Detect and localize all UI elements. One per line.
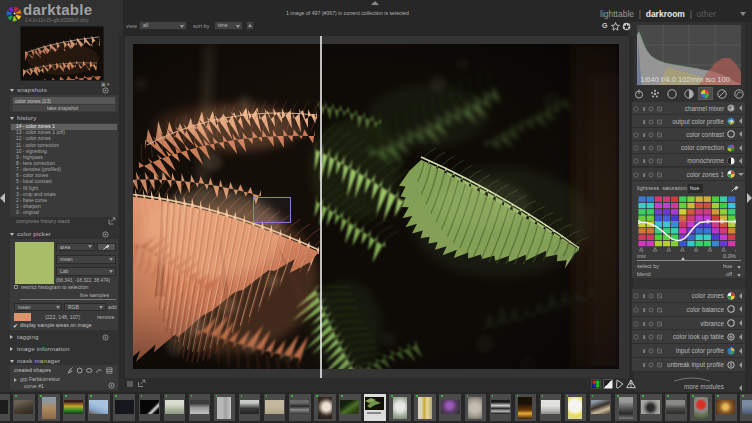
svg-text:1/640 f/4.0 102mm iso 100: 1/640 f/4.0 102mm iso 100 <box>640 75 730 84</box>
